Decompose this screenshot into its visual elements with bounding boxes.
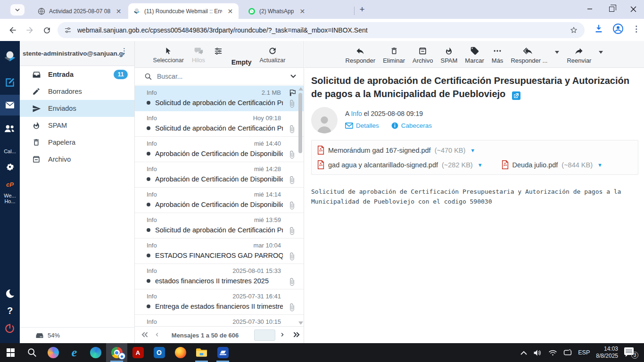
- account-header[interactable]: stente-administrativo@sanjuan.gob.ec ⋮: [20, 41, 134, 66]
- tab-search-chevron-icon[interactable]: [10, 4, 25, 16]
- options-button[interactable]: Empty: [213, 45, 223, 56]
- notification-center-icon[interactable]: 3: [624, 346, 638, 359]
- message-row[interactable]: Info2025-07-31 16:41 Entrega de estados …: [135, 289, 304, 315]
- attachment-menu-caret-icon[interactable]: ▼: [470, 148, 475, 153]
- volume-icon[interactable]: [533, 349, 542, 357]
- contacts-nav-button[interactable]: [0, 119, 20, 137]
- next-page-button[interactable]: [279, 330, 286, 339]
- window-restore-button[interactable]: [601, 0, 622, 18]
- copilot-icon[interactable]: [42, 343, 64, 362]
- close-tab-icon[interactable]: ✕: [298, 8, 306, 15]
- account-kebab-icon[interactable]: ⋮: [121, 49, 128, 52]
- scroll-up-arrow[interactable]: [298, 87, 303, 90]
- url-text[interactable]: webmail.sanjuan.gob.ec/cpsess0054849836/…: [77, 26, 565, 34]
- settings-nav-button[interactable]: [0, 159, 20, 175]
- language-indicator[interactable]: ESP: [578, 349, 590, 356]
- attachment-item[interactable]: Deuda julio.pdf (~844 KB) ▼: [502, 160, 603, 169]
- profile-avatar-icon[interactable]: [612, 23, 624, 34]
- message-row[interactable]: Info2025-07-30 10:15: [135, 315, 304, 326]
- close-tab-icon[interactable]: ✕: [116, 8, 122, 15]
- chrome-icon[interactable]: ☻: [106, 343, 127, 362]
- browser-menu-kebab-icon[interactable]: ⋮: [632, 24, 640, 34]
- recipient-link[interactable]: Info: [351, 110, 362, 117]
- more-button[interactable]: Más: [492, 45, 504, 64]
- scan-app-icon[interactable]: [212, 343, 233, 362]
- forward-button[interactable]: Reenviar: [567, 45, 591, 64]
- outlook-icon[interactable]: O: [149, 343, 170, 362]
- folder-drafts[interactable]: Borradores: [20, 83, 134, 100]
- scrollbar-thumb[interactable]: [298, 93, 302, 153]
- threads-button[interactable]: Hilos: [192, 45, 205, 64]
- tray-chevron-up-icon[interactable]: [520, 351, 527, 355]
- message-row[interactable]: InfoHoy 09:18 Solicitud de aprobación de…: [135, 111, 304, 137]
- message-row[interactable]: Infomié 14:14 Aprobación de Certificació…: [135, 188, 304, 213]
- file-explorer-icon[interactable]: [191, 343, 212, 362]
- attachment-menu-caret-icon[interactable]: ▼: [478, 162, 483, 168]
- details-toggle[interactable]: Detalles: [345, 122, 379, 129]
- first-page-button[interactable]: [140, 330, 150, 339]
- folder-inbox[interactable]: Entrada 11: [20, 66, 134, 83]
- tab-roundcube[interactable]: (11) Roundcube Webmail :: Envi ✕: [128, 3, 239, 19]
- tray-clock[interactable]: 14:03 8/8/2025: [596, 346, 618, 360]
- attachment-item[interactable]: Memorándum gad 167-signed.pdf (~470 KB) …: [317, 146, 475, 155]
- external-link-icon[interactable]: [512, 91, 520, 100]
- attachment-item[interactable]: gad agua y alcantarillado-signed.pdf (~2…: [317, 160, 483, 169]
- back-icon[interactable]: [7, 24, 19, 36]
- tab-whatsapp[interactable]: (2) WhatsApp ✕: [243, 3, 351, 19]
- webmail-home-label[interactable]: We... Ho...: [0, 193, 20, 204]
- cpanel-icon[interactable]: cP: [0, 179, 20, 190]
- mark-button[interactable]: Marcar: [465, 45, 484, 64]
- archive-button[interactable]: Archivo: [413, 45, 433, 64]
- internet-explorer-icon[interactable]: e: [64, 343, 85, 362]
- compose-button[interactable]: [0, 74, 20, 91]
- new-tab-button[interactable]: +: [357, 5, 367, 15]
- message-row[interactable]: Info2.1 MB Solicitud de aprobación de Ce…: [135, 86, 304, 111]
- calendar-nav-label[interactable]: Cal...: [0, 148, 20, 154]
- list-scrollbar[interactable]: [298, 87, 303, 325]
- folder-sent[interactable]: Enviados: [20, 100, 134, 117]
- message-row[interactable]: Info2025-08-01 15:33 estados financieros…: [135, 264, 304, 289]
- folder-trash[interactable]: Papelera: [20, 134, 134, 151]
- window-close-button[interactable]: [622, 0, 644, 18]
- spam-button[interactable]: SPAM: [440, 45, 457, 64]
- search-input[interactable]: [157, 73, 286, 80]
- tab-actividad[interactable]: Actividad 2025-08-07 08:00:00 ✕: [33, 3, 126, 19]
- cast-icon[interactable]: [563, 349, 572, 356]
- search-options-chevron-icon[interactable]: [290, 74, 296, 78]
- folder-spam[interactable]: SPAM: [20, 117, 134, 134]
- page-number-input[interactable]: [254, 329, 275, 341]
- wifi-icon[interactable]: [548, 349, 557, 356]
- forward-icon[interactable]: [24, 24, 36, 36]
- window-minimize-button[interactable]: [579, 0, 601, 18]
- prev-page-button[interactable]: [154, 330, 160, 339]
- reply-all-button[interactable]: Responder ...: [511, 45, 547, 64]
- close-tab-icon[interactable]: ✕: [227, 8, 234, 15]
- site-settings-icon[interactable]: [64, 26, 72, 34]
- reload-icon[interactable]: [41, 24, 53, 36]
- url-bar[interactable]: webmail.sanjuan.gob.ec/cpsess0054849836/…: [58, 22, 585, 38]
- acrobat-icon[interactable]: A: [127, 343, 149, 362]
- message-row[interactable]: Infomar 10:04 ESTADOS FINANCIEROS GAD PA…: [135, 239, 304, 264]
- forward-caret-icon[interactable]: [599, 45, 603, 54]
- folder-archive[interactable]: Archivo: [20, 151, 134, 168]
- start-button[interactable]: [0, 343, 21, 362]
- empty-button[interactable]: Empty: [231, 45, 252, 66]
- reply-all-caret-icon[interactable]: [555, 45, 559, 54]
- help-button[interactable]: ?: [0, 304, 20, 318]
- firefox-icon[interactable]: [170, 343, 191, 362]
- bookmark-star-icon[interactable]: [570, 26, 578, 34]
- message-row[interactable]: Infomié 13:59 Solicitud de aprobación de…: [135, 213, 304, 239]
- select-button[interactable]: Seleccionar: [153, 45, 184, 64]
- attachment-menu-caret-icon[interactable]: ▼: [597, 162, 603, 168]
- last-page-button[interactable]: [291, 330, 302, 339]
- flag-icon[interactable]: [288, 89, 297, 97]
- refresh-button[interactable]: Actualizar: [260, 45, 286, 64]
- message-row[interactable]: Infomié 14:40 Aprobación de Certificació…: [135, 137, 304, 162]
- taskbar-search-button[interactable]: [21, 343, 42, 362]
- mail-nav-button[interactable]: [0, 95, 20, 115]
- logout-power-icon[interactable]: [0, 321, 20, 337]
- message-row[interactable]: Infomié 14:28 Aprobación de Certificació…: [135, 162, 304, 188]
- reply-button[interactable]: Responder: [346, 45, 376, 64]
- search-bar[interactable]: [135, 68, 304, 85]
- dark-mode-moon-icon[interactable]: [0, 286, 20, 302]
